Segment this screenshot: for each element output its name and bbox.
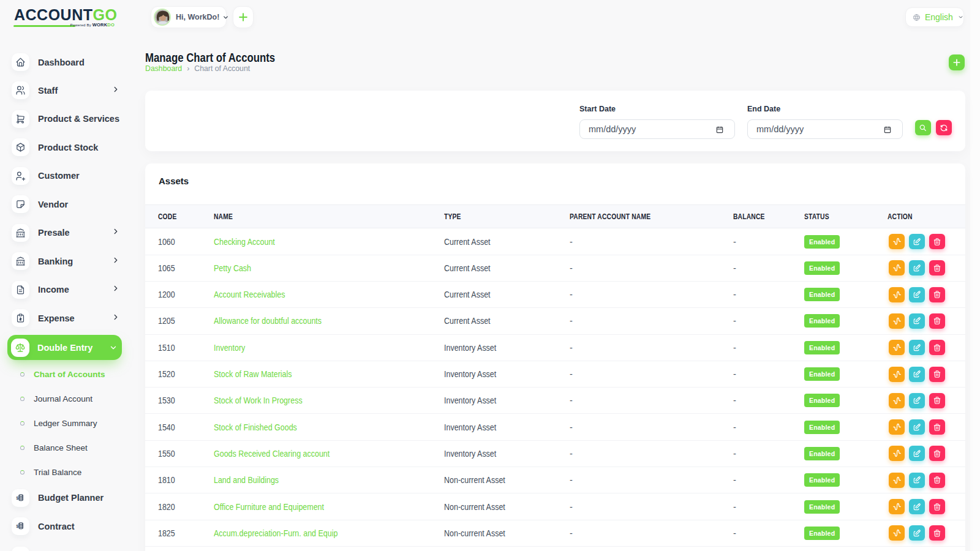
svg-text:$: $ [16, 524, 18, 529]
svg-text:$: $ [16, 495, 18, 500]
